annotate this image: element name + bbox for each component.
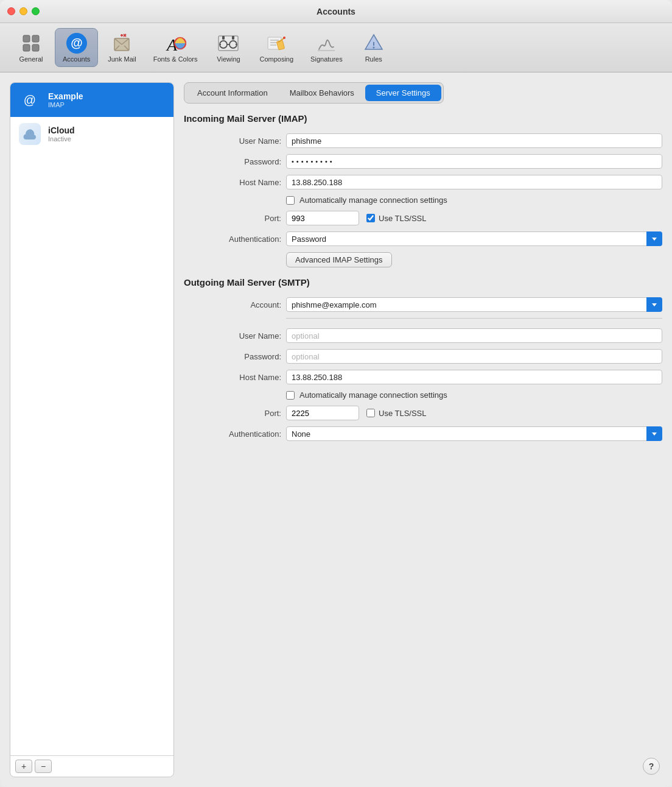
svg-point-34 xyxy=(373,47,374,49)
toolbar: General @ Accounts Junk Mail A Fonts & C… xyxy=(0,23,672,72)
incoming-port-label: Port: xyxy=(184,214,281,223)
outgoing-account-row: Account: phishme@example.com xyxy=(184,297,662,312)
incoming-port-input[interactable] xyxy=(286,211,359,225)
outgoing-auto-manage-label: Automatically manage connection settings xyxy=(299,390,447,400)
rules-icon xyxy=(363,32,385,54)
incoming-hostname-label: Host Name: xyxy=(184,178,281,187)
general-icon xyxy=(20,32,42,54)
add-account-button[interactable]: + xyxy=(15,760,32,773)
accounts-sidebar: @ Example IMAP iCloud Inactive + − xyxy=(10,82,174,777)
outgoing-divider xyxy=(286,318,662,319)
outgoing-section-title: Outgoing Mail Server (SMTP) xyxy=(184,277,662,288)
close-button[interactable] xyxy=(7,7,15,15)
outgoing-port-row: Port: Use TLS/SSL xyxy=(184,406,662,420)
toolbar-item-viewing[interactable]: Viewing xyxy=(207,29,250,66)
svg-rect-23 xyxy=(222,36,225,40)
sidebar-item-icloud[interactable]: iCloud Inactive xyxy=(10,117,173,151)
incoming-password-label: Password: xyxy=(184,157,281,166)
outgoing-auth-row: Authentication: None Password MD5 Challe… xyxy=(184,426,662,441)
incoming-auth-label: Authentication: xyxy=(184,235,281,244)
tab-server-settings[interactable]: Server Settings xyxy=(365,85,441,101)
toolbar-item-composing[interactable]: Composing xyxy=(252,29,301,66)
svg-rect-3 xyxy=(32,44,39,51)
tab-mailbox-behaviors[interactable]: Mailbox Behaviors xyxy=(279,85,365,101)
outgoing-password-input[interactable] xyxy=(286,349,662,364)
right-panel: Account Information Mailbox Behaviors Se… xyxy=(184,82,662,777)
viewing-icon xyxy=(217,32,239,54)
outgoing-hostname-row: Host Name: xyxy=(184,370,662,384)
svg-rect-24 xyxy=(232,36,234,40)
minimize-button[interactable] xyxy=(19,7,27,15)
main-content: @ Example IMAP iCloud Inactive + − xyxy=(0,72,672,787)
outgoing-account-label: Account: xyxy=(184,300,281,309)
outgoing-username-label: User Name: xyxy=(184,331,281,341)
outgoing-tls-label: Use TLS/SSL xyxy=(379,409,427,418)
traffic-lights xyxy=(7,7,40,15)
toolbar-label-composing: Composing xyxy=(259,55,293,63)
example-account-name: Example xyxy=(48,91,83,101)
accounts-icon: @ xyxy=(66,32,88,54)
incoming-port-row: Port: Use TLS/SSL xyxy=(184,211,662,225)
sidebar-footer: + − xyxy=(10,755,173,777)
outgoing-auth-label: Authentication: xyxy=(184,429,281,439)
example-account-icon: @ xyxy=(19,89,41,111)
title-bar: Accounts xyxy=(0,0,672,23)
toolbar-item-accounts[interactable]: @ Accounts xyxy=(55,28,98,67)
toolbar-item-rules[interactable]: Rules xyxy=(352,29,395,66)
accounts-list: @ Example IMAP iCloud Inactive xyxy=(10,83,173,755)
outgoing-port-input[interactable] xyxy=(286,406,359,420)
incoming-auth-row: Authentication: Password MD5 Challenge-R… xyxy=(184,231,662,246)
toolbar-item-signatures[interactable]: Signatures xyxy=(303,29,350,66)
incoming-password-input[interactable] xyxy=(286,154,662,169)
incoming-auth-select[interactable]: Password MD5 Challenge-Response NTLM Ker… xyxy=(286,231,662,246)
toolbar-item-junk-mail[interactable]: Junk Mail xyxy=(100,29,143,66)
outgoing-auth-select[interactable]: None Password MD5 Challenge-Response NTL… xyxy=(286,426,662,441)
incoming-username-input[interactable] xyxy=(286,133,662,148)
outgoing-username-input[interactable] xyxy=(286,328,662,343)
outgoing-auth-select-wrapper: None Password MD5 Challenge-Response NTL… xyxy=(286,426,662,441)
fonts-colors-icon: A xyxy=(164,32,186,54)
composing-icon xyxy=(265,32,287,54)
toolbar-label-signatures: Signatures xyxy=(310,55,343,63)
help-button[interactable]: ? xyxy=(643,758,660,775)
svg-text:@: @ xyxy=(71,36,83,49)
incoming-hostname-row: Host Name: xyxy=(184,175,662,189)
toolbar-item-fonts-colors[interactable]: A Fonts & Colors xyxy=(146,29,205,66)
icloud-account-icon xyxy=(19,123,41,145)
incoming-auto-manage-checkbox[interactable] xyxy=(286,196,295,205)
outgoing-hostname-label: Host Name: xyxy=(184,373,281,382)
toolbar-item-general[interactable]: General xyxy=(10,29,52,66)
signatures-icon xyxy=(315,32,337,54)
settings-tabs: Account Information Mailbox Behaviors Se… xyxy=(184,82,444,104)
incoming-auto-manage-row: Automatically manage connection settings xyxy=(286,196,662,205)
outgoing-auto-manage-checkbox[interactable] xyxy=(286,391,295,400)
outgoing-account-select[interactable]: phishme@example.com xyxy=(286,297,662,312)
outgoing-password-label: Password: xyxy=(184,352,281,361)
tab-account-information[interactable]: Account Information xyxy=(186,85,279,101)
incoming-password-row: Password: xyxy=(184,154,662,169)
maximize-button[interactable] xyxy=(32,7,40,15)
toolbar-label-viewing: Viewing xyxy=(217,55,240,63)
incoming-hostname-input[interactable] xyxy=(286,175,662,189)
toolbar-label-fonts-colors: Fonts & Colors xyxy=(153,55,198,63)
incoming-section-title: Incoming Mail Server (IMAP) xyxy=(184,113,662,124)
toolbar-label-general: General xyxy=(19,55,43,63)
sidebar-item-example[interactable]: @ Example IMAP xyxy=(10,83,173,117)
incoming-tls-row: Use TLS/SSL xyxy=(366,214,427,223)
incoming-tls-label: Use TLS/SSL xyxy=(379,214,427,223)
outgoing-tls-row: Use TLS/SSL xyxy=(366,409,427,418)
incoming-tls-checkbox[interactable] xyxy=(366,214,375,222)
outgoing-account-select-wrapper: phishme@example.com xyxy=(286,297,662,312)
icloud-account-name: iCloud xyxy=(48,125,75,135)
outgoing-hostname-input[interactable] xyxy=(286,370,662,384)
outgoing-tls-checkbox[interactable] xyxy=(366,409,375,417)
example-account-sub: IMAP xyxy=(48,101,83,108)
advanced-imap-button[interactable]: Advanced IMAP Settings xyxy=(286,252,392,267)
remove-account-button[interactable]: − xyxy=(35,760,52,773)
outgoing-username-row: User Name: xyxy=(184,328,662,343)
incoming-username-label: User Name: xyxy=(184,136,281,146)
toolbar-label-rules: Rules xyxy=(365,55,382,63)
junk-mail-icon xyxy=(111,32,133,54)
svg-rect-0 xyxy=(23,35,30,42)
toolbar-label-accounts: Accounts xyxy=(63,55,90,63)
